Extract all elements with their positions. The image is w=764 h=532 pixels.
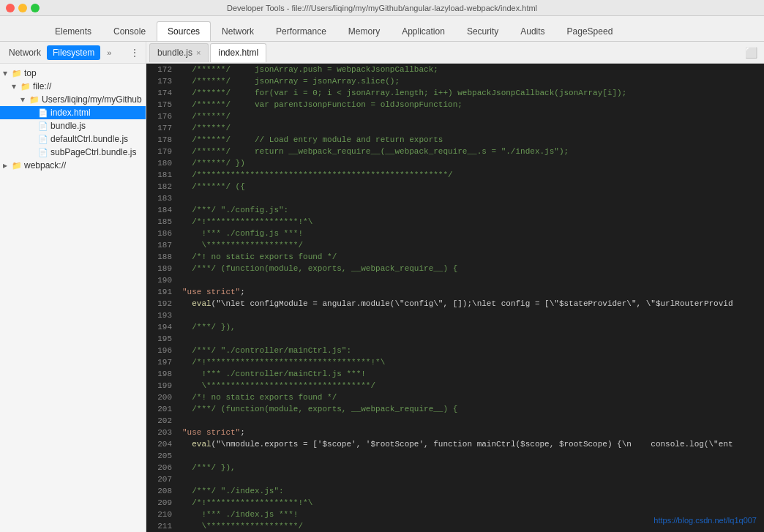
table-row: 204 eval("\nmodule.exports = ['$scope', … — [146, 438, 764, 450]
line-number: 197 — [146, 356, 179, 368]
expand-panel-button[interactable]: ⬜ — [741, 45, 761, 60]
tree-arrow-icon: ▾ — [3, 68, 12, 78]
line-code: /***/ }), — [179, 462, 764, 473]
tree-item-label: Users/liqing/my/myGithub — [42, 94, 142, 105]
sidebar-tab-filesystem[interactable]: Filesystem — [47, 45, 100, 60]
line-code: /******/ jsonArray.push = webpackJsonpCa… — [179, 64, 764, 75]
code-tab-close-icon[interactable]: × — [196, 48, 201, 57]
sidebar-menu-button[interactable]: ⋮ — [127, 45, 143, 60]
line-number: 204 — [146, 438, 179, 450]
nav-tab-console[interactable]: Console — [102, 21, 157, 41]
line-number: 185 — [146, 216, 179, 228]
nav-tabs-bar: ElementsConsoleSourcesNetworkPerformance… — [0, 16, 764, 42]
sidebar-item-top[interactable]: ▾📁top — [0, 67, 146, 80]
table-row: 208 /***/ "./index.js": — [146, 485, 764, 497]
line-number: 211 — [146, 520, 179, 532]
code-tab-index-html[interactable]: index.html — [210, 43, 266, 62]
table-row: 177 /******/ — [146, 122, 764, 134]
table-row: 205 — [146, 450, 764, 462]
line-number: 182 — [146, 181, 179, 192]
nav-tab-elements[interactable]: Elements — [44, 21, 102, 41]
file-icon: 📄 — [38, 148, 48, 157]
code-content[interactable]: 172 /******/ jsonArray.push = webpackJso… — [146, 64, 764, 532]
table-row: 192 eval("\nlet configModule = angular.m… — [146, 298, 764, 310]
table-row: 193 — [146, 310, 764, 321]
line-code: !*** ./config.js ***! — [179, 228, 764, 239]
tree-item-label: subPageCtrl.bundle.js — [50, 147, 136, 157]
line-code: /*!*******************!*\ — [179, 497, 764, 509]
maximize-button[interactable] — [31, 4, 40, 12]
nav-tab-application[interactable]: Application — [391, 21, 456, 41]
table-row: 182 /******/ ({ — [146, 181, 764, 192]
code-tabs-bar: bundle.js×index.html⬜ — [146, 42, 764, 64]
table-row: 187 \*******************/ — [146, 239, 764, 251]
line-number: 192 — [146, 298, 179, 310]
tree-item-label: bundle.js — [50, 121, 86, 131]
line-code: /******/ // Load entry module and return… — [179, 134, 764, 146]
line-number: 208 — [146, 485, 179, 497]
sidebar-item-subPageCtrl[interactable]: 📄subPageCtrl.bundle.js — [0, 146, 146, 159]
line-number: 187 — [146, 239, 179, 251]
line-code: /*! no static exports found */ — [179, 251, 764, 263]
code-tab-bundle-js[interactable]: bundle.js× — [149, 43, 209, 62]
folder-icon: 📁 — [12, 161, 22, 171]
line-number: 193 — [146, 310, 179, 321]
nav-tab-performance[interactable]: Performance — [265, 21, 337, 41]
line-code — [179, 333, 764, 345]
close-button[interactable] — [6, 4, 15, 12]
line-number: 205 — [146, 450, 179, 462]
line-number: 209 — [146, 497, 179, 509]
line-code: /******/ ({ — [179, 181, 764, 192]
line-number: 172 — [146, 64, 179, 75]
line-number: 190 — [146, 274, 179, 286]
table-row: 197 /*!*********************************… — [146, 356, 764, 368]
sidebar-item-defaultCtrl[interactable]: 📄defaultCtrl.bundle.js — [0, 132, 146, 146]
table-row: 191"use strict"; — [146, 286, 764, 298]
table-row: 194 /***/ }), — [146, 321, 764, 333]
line-code: \**********************************/ — [179, 380, 764, 391]
tree-item-label: top — [24, 68, 37, 78]
line-code: /***/ "./controller/mainCtrl.js": — [179, 345, 764, 356]
nav-tab-security[interactable]: Security — [456, 21, 509, 41]
file-icon: 📄 — [38, 135, 48, 144]
table-row: 186 !*** ./config.js ***! — [146, 228, 764, 239]
nav-tab-memory[interactable]: Memory — [337, 21, 391, 41]
nav-tab-audits[interactable]: Audits — [509, 21, 555, 41]
sidebar-tree: ▾📁top▾📁file://▾📁Users/liqing/my/myGithub… — [0, 64, 146, 532]
sidebar-tab-network[interactable]: Network — [3, 45, 47, 60]
main-layout: NetworkFilesystem»⋮ ▾📁top▾📁file://▾📁User… — [0, 42, 764, 532]
line-number: 194 — [146, 321, 179, 333]
line-number: 177 — [146, 122, 179, 134]
line-number: 210 — [146, 509, 179, 520]
line-code: "use strict"; — [179, 427, 764, 438]
table-row: 190 — [146, 274, 764, 286]
sidebar-item-webpack[interactable]: ▸📁webpack:// — [0, 159, 146, 172]
line-code: /*!*******************!*\ — [179, 216, 764, 228]
table-row: 185 /*!*******************!*\ — [146, 216, 764, 228]
line-code: /******/ — [179, 122, 764, 134]
line-code: /***/ "./config.js": — [179, 204, 764, 216]
sidebar-item-index-html[interactable]: 📄index.html — [0, 106, 146, 119]
table-row: 201 /***/ (function(module, exports, __w… — [146, 403, 764, 415]
sidebar-item-bundle-js[interactable]: 📄bundle.js — [0, 119, 146, 132]
line-code — [179, 415, 764, 427]
table-row: 173 /******/ jsonArray = jsonArray.slice… — [146, 75, 764, 87]
line-code — [179, 310, 764, 321]
line-code: /***/ "./index.js": — [179, 485, 764, 497]
line-code: /***************************************… — [179, 169, 764, 181]
line-code: /***/ (function(module, exports, __webpa… — [179, 263, 764, 274]
minimize-button[interactable] — [18, 4, 27, 12]
line-number: 181 — [146, 169, 179, 181]
line-number: 178 — [146, 134, 179, 146]
nav-tab-pagespeeed[interactable]: PageSpeed — [556, 21, 624, 41]
sidebar-more-button[interactable]: » — [103, 47, 115, 59]
sidebar-item-file[interactable]: ▾📁file:// — [0, 80, 146, 93]
sidebar-item-users-folder[interactable]: ▾📁Users/liqing/my/myGithub — [0, 93, 146, 106]
nav-tab-network[interactable]: Network — [211, 21, 265, 41]
table-row: 188 /*! no static exports found */ — [146, 251, 764, 263]
nav-tab-sources[interactable]: Sources — [157, 21, 211, 41]
line-number: 173 — [146, 75, 179, 87]
window-title: Developer Tools - file:///Users/liqing/m… — [227, 4, 537, 12]
title-bar: Developer Tools - file:///Users/liqing/m… — [0, 0, 764, 16]
table-row: 198 !*** ./controller/mainCtrl.js ***! — [146, 368, 764, 380]
